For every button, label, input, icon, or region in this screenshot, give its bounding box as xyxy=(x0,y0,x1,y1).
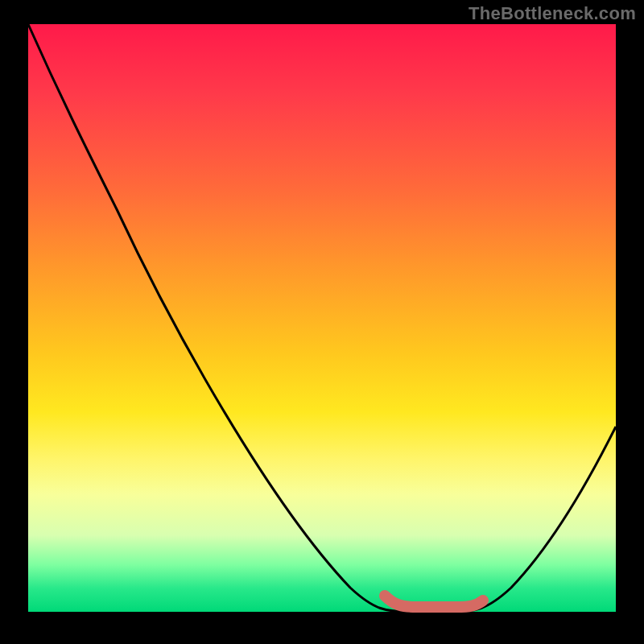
chart-svg xyxy=(28,24,616,612)
chart-frame: TheBottleneck.com xyxy=(0,0,644,644)
watermark-text: TheBottleneck.com xyxy=(469,3,636,24)
curve-path xyxy=(28,24,616,612)
bottom-marker xyxy=(385,596,483,607)
